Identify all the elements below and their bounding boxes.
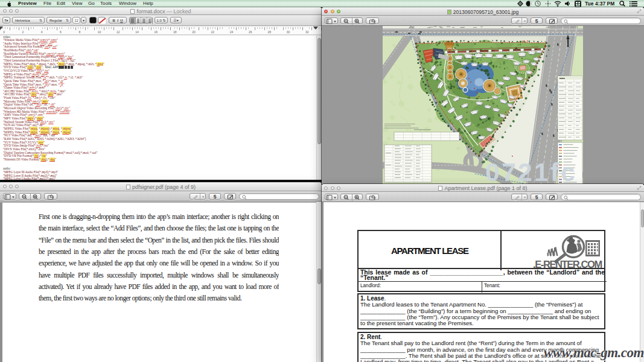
svg-text:■■■■: ■■■■ — [560, 77, 565, 80]
svg-text:0721fc: 0721fc — [485, 157, 577, 184]
svg-text:.E-RENTER.COM: .E-RENTER.COM — [533, 259, 602, 270]
